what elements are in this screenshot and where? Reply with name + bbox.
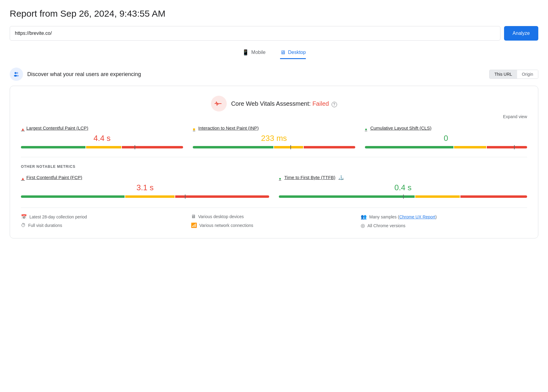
- svg-point-3: [16, 75, 19, 77]
- chrome-ux-report-link[interactable]: Chrome UX Report: [399, 214, 435, 219]
- lcp-value: 4.4 s: [21, 132, 183, 144]
- metric-ttfb: Time to First Byte (TTFB) ⚓ 0.4 s: [279, 175, 527, 198]
- footer-chrome-text: All Chrome versions: [367, 223, 405, 228]
- footer-samples: 👥 Many samples (Chrome UX Report): [361, 214, 527, 220]
- report-title: Report from Sep 26, 2024, 9:43:55 AM: [10, 8, 538, 19]
- clock-icon: ⏱: [21, 223, 26, 228]
- users-icon: [13, 71, 20, 78]
- tab-desktop[interactable]: 🖥 Desktop: [280, 49, 306, 59]
- divider: [21, 157, 527, 157]
- cls-marker: [514, 145, 515, 149]
- expand-view: Expand view: [21, 114, 527, 119]
- monitor-icon: 🖥: [191, 214, 196, 219]
- origin-button[interactable]: Origin: [517, 70, 538, 78]
- seg-good: [365, 146, 453, 148]
- mobile-icon: 📱: [242, 49, 249, 56]
- cwv-assessment-prefix: Core Web Vitals Assessment:: [231, 100, 312, 107]
- metric-cls: Cumulative Layout Shift (CLS) 0: [365, 125, 527, 148]
- discover-title: Discover what your real users are experi…: [27, 71, 141, 78]
- inp-indicator: [193, 126, 196, 130]
- tab-desktop-label: Desktop: [288, 50, 306, 55]
- cls-gauge: [365, 146, 527, 148]
- desktop-icon: 🖥: [280, 49, 286, 56]
- footer-desktop-text: Various desktop devices: [198, 214, 244, 219]
- fcp-marker: [185, 194, 185, 199]
- discover-icon: [10, 68, 23, 81]
- main-metrics-row: Largest Contentful Paint (LCP) 4.4 s Int…: [21, 125, 527, 148]
- svg-point-1: [16, 72, 18, 74]
- seg-needs-improvement: [454, 146, 486, 148]
- metric-ttfb-label[interactable]: Time to First Byte (TTFB) ⚓: [279, 175, 527, 180]
- this-url-button[interactable]: This URL: [490, 70, 517, 78]
- help-icon[interactable]: ?: [332, 102, 337, 107]
- tab-mobile[interactable]: 📱 Mobile: [242, 49, 266, 59]
- footer-col-1: 📅 Latest 28-day collection period ⏱ Full…: [21, 214, 187, 228]
- other-metrics-row: First Contentful Paint (FCP) 3.1 s Time …: [21, 175, 527, 198]
- fcp-gauge-segments: [21, 195, 269, 198]
- footer-collection-text: Latest 28-day collection period: [29, 214, 87, 219]
- seg-poor: [304, 146, 355, 148]
- cwv-title: Core Web Vitals Assessment: Failed ?: [231, 100, 337, 107]
- cls-value: 0: [365, 132, 527, 144]
- lcp-marker: [135, 145, 135, 149]
- seg-poor: [460, 195, 527, 198]
- svg-point-0: [15, 72, 16, 74]
- seg-needs-improvement: [415, 195, 460, 198]
- lcp-indicator: [21, 126, 25, 130]
- seg-good: [21, 195, 125, 198]
- inp-value: 233 ms: [193, 132, 355, 144]
- seg-good: [279, 195, 415, 198]
- fcp-value: 3.1 s: [21, 181, 269, 193]
- cwv-failed-icon: [211, 96, 227, 111]
- tab-mobile-label: Mobile: [251, 50, 266, 55]
- discover-bar: Discover what your real users are experi…: [10, 68, 538, 81]
- footer-network: 📶 Various network connections: [191, 222, 357, 228]
- main-card: Core Web Vitals Assessment: Failed ? Exp…: [10, 86, 538, 238]
- seg-needs-improvement: [86, 146, 122, 148]
- seg-good: [193, 146, 273, 148]
- metric-inp: Interaction to Next Paint (INP) 233 ms: [193, 125, 355, 148]
- ttfb-gauge: [279, 195, 527, 198]
- footer-samples-text: Many samples (Chrome UX Report): [369, 214, 437, 219]
- footer-collection-period: 📅 Latest 28-day collection period: [21, 214, 187, 220]
- seg-good: [21, 146, 85, 148]
- other-metrics-label: OTHER NOTABLE METRICS: [21, 164, 527, 169]
- ttfb-pin-icon: ⚓: [339, 175, 344, 180]
- url-input[interactable]: [10, 26, 500, 41]
- inp-gauge: [193, 146, 355, 148]
- metric-inp-label[interactable]: Interaction to Next Paint (INP): [193, 125, 355, 131]
- discover-left: Discover what your real users are experi…: [10, 68, 141, 81]
- ttfb-indicator: [279, 176, 282, 179]
- footer-chrome-versions: ◎ All Chrome versions: [361, 223, 527, 228]
- seg-poor: [487, 146, 527, 148]
- footer-network-text: Various network connections: [199, 223, 253, 228]
- footer-col-3: 👥 Many samples (Chrome UX Report) ◎ All …: [361, 214, 527, 228]
- cls-indicator: [365, 126, 369, 130]
- people-icon: 👥: [361, 214, 367, 220]
- seg-poor: [175, 195, 269, 198]
- footer-visit-text: Full visit durations: [28, 223, 62, 228]
- footer-desktop-devices: 🖥 Various desktop devices: [191, 214, 357, 219]
- footer-col-2: 🖥 Various desktop devices 📶 Various netw…: [191, 214, 357, 228]
- cls-gauge-segments: [365, 146, 527, 148]
- fcp-gauge: [21, 195, 269, 198]
- metric-fcp-label[interactable]: First Contentful Paint (FCP): [21, 175, 269, 180]
- chrome-icon: ◎: [361, 223, 365, 228]
- metric-cls-label[interactable]: Cumulative Layout Shift (CLS): [365, 125, 527, 131]
- footer-visit-duration: ⏱ Full visit durations: [21, 223, 187, 228]
- seg-needs-improvement: [125, 195, 175, 198]
- metric-lcp-label[interactable]: Largest Contentful Paint (LCP): [21, 125, 183, 131]
- expand-link[interactable]: Expand view: [503, 114, 527, 119]
- footer-row: 📅 Latest 28-day collection period ⏱ Full…: [21, 208, 527, 228]
- ttfb-value: 0.4 s: [279, 181, 527, 193]
- ttfb-marker: [403, 194, 404, 199]
- lcp-gauge-segments: [21, 146, 183, 148]
- cwv-header: Core Web Vitals Assessment: Failed ?: [21, 96, 527, 111]
- url-origin-toggle: This URL Origin: [489, 70, 538, 79]
- seg-poor: [122, 146, 183, 148]
- inp-marker: [290, 145, 291, 149]
- analyze-button[interactable]: Analyze: [504, 26, 538, 41]
- calendar-icon: 📅: [21, 214, 27, 220]
- metric-fcp: First Contentful Paint (FCP) 3.1 s: [21, 175, 269, 198]
- cwv-status: Failed: [312, 100, 329, 107]
